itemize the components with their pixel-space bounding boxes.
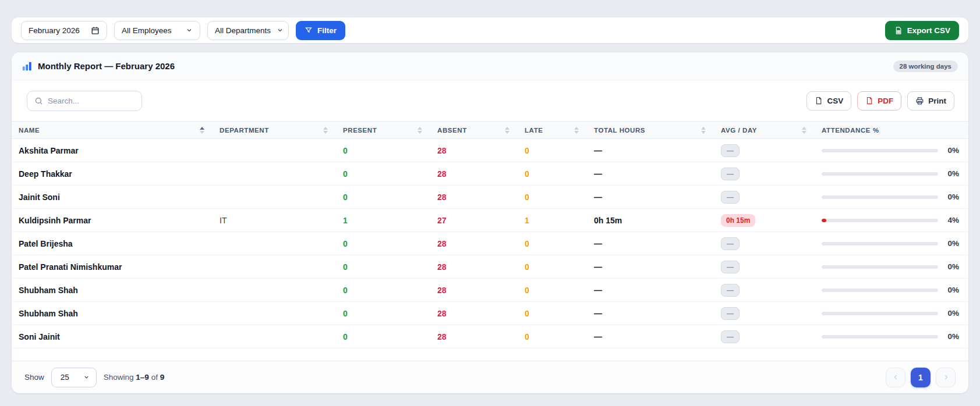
month-picker[interactable]: February 2026 (21, 21, 107, 40)
pdf-button[interactable]: PDF (857, 91, 901, 111)
month-picker-value: February 2026 (29, 26, 80, 35)
column-label: AVG / DAY (721, 127, 757, 134)
cell-attendance: 0% (815, 139, 968, 162)
cell-total-hours: — (587, 279, 714, 302)
table-row[interactable]: Deep Thakkar0280——0% (12, 162, 968, 186)
cell-avg-day: — (714, 325, 815, 348)
csv-button-label: CSV (827, 97, 843, 105)
column-header-name[interactable]: NAME (12, 122, 213, 139)
cell-avg-day: — (714, 186, 815, 209)
sort-arrows-icon[interactable] (505, 127, 510, 134)
attendance-percent-label: 4% (944, 216, 959, 225)
chevron-right-icon (942, 373, 950, 381)
filter-toolbar: February 2026 All Employees All Departme… (12, 17, 968, 43)
sort-arrows-icon[interactable] (418, 127, 422, 134)
cell-present: 0 (336, 162, 430, 186)
csv-button[interactable]: CSV (806, 91, 851, 111)
file-pdf-icon (865, 97, 873, 105)
avg-day-badge: — (721, 237, 740, 250)
filter-button[interactable]: Filter (296, 21, 345, 40)
printer-icon (915, 97, 924, 105)
cell-avg-day: — (714, 279, 815, 302)
cell-department (213, 232, 336, 255)
pdf-button-label: PDF (878, 97, 893, 105)
cell-late: 1 (518, 209, 587, 232)
page-size-select[interactable]: 25 (51, 368, 97, 387)
column-header-avg-day[interactable]: AVG / DAY (714, 122, 815, 139)
table-row[interactable]: Kuldipsinh ParmarIT12710h 15m0h 15m4% (12, 209, 968, 232)
attendance-progress: 0% (822, 239, 960, 248)
cell-department (213, 302, 336, 325)
export-csv-button[interactable]: Export CSV (885, 21, 959, 40)
cell-total-hours: — (587, 325, 714, 348)
show-label: Show (24, 373, 44, 382)
cell-avg-day: — (714, 232, 815, 255)
next-page-button[interactable] (936, 368, 956, 387)
cell-attendance: 0% (815, 279, 968, 302)
cell-name: Kuldipsinh Parmar (12, 209, 213, 232)
pagination: 1 (886, 368, 956, 387)
cell-attendance: 4% (815, 209, 968, 232)
sort-arrows-icon[interactable] (701, 127, 706, 134)
table-row[interactable]: Patel Brijesha0280——0% (12, 232, 968, 255)
cell-total-hours: — (587, 162, 714, 186)
page-1-button[interactable]: 1 (911, 368, 931, 387)
table-footer: Show 25 Showing 1–9 of 9 1 (12, 361, 968, 393)
cell-attendance: 0% (815, 232, 968, 255)
department-select[interactable]: All Departments (207, 21, 289, 40)
attendance-progress: 0% (822, 146, 960, 155)
column-header-late[interactable]: LATE (518, 122, 587, 139)
cell-name: Patel Brijesha (12, 232, 213, 255)
attendance-percent-label: 0% (944, 169, 959, 178)
progress-track (822, 289, 938, 292)
cell-present: 0 (336, 139, 430, 162)
report-header: Monthly Report — February 2026 28 workin… (12, 52, 968, 80)
cell-late: 0 (518, 302, 587, 325)
attendance-percent-label: 0% (944, 239, 959, 248)
search-box[interactable] (27, 91, 142, 111)
cell-avg-day: — (714, 302, 815, 325)
sort-arrows-icon[interactable] (802, 127, 806, 134)
column-header-present[interactable]: PRESENT (336, 122, 430, 139)
cell-avg-day: — (714, 162, 815, 186)
column-label: ATTENDANCE % (822, 127, 879, 134)
employee-select-value: All Employees (122, 26, 172, 35)
search-input[interactable] (48, 97, 135, 105)
cell-absent: 28 (430, 186, 518, 209)
column-header-department[interactable]: DEPARTMENT (213, 122, 336, 139)
progress-track (822, 242, 938, 245)
table-row[interactable]: Soni Jainit0280——0% (12, 325, 968, 348)
column-header-absent[interactable]: ABSENT (430, 122, 518, 139)
attendance-progress: 0% (822, 286, 960, 294)
employee-select[interactable]: All Employees (114, 21, 200, 40)
print-button[interactable]: Print (907, 91, 954, 111)
cell-absent: 28 (430, 255, 518, 279)
cell-total-hours: — (587, 255, 714, 279)
prev-page-button[interactable] (886, 368, 905, 387)
cell-department (213, 186, 336, 209)
table-row[interactable]: Shubham Shah0280——0% (12, 302, 968, 325)
column-header-total-hours[interactable]: TOTAL HOURS (587, 122, 714, 139)
cell-late: 0 (518, 186, 587, 209)
chevron-down-icon (277, 27, 284, 34)
cell-late: 0 (518, 139, 587, 162)
department-select-value: All Departments (215, 26, 271, 35)
sort-arrows-icon[interactable] (574, 127, 579, 134)
cell-late: 0 (518, 325, 587, 348)
progress-track (822, 172, 938, 176)
working-days-badge: 28 working days (893, 60, 958, 72)
sort-arrows-icon[interactable] (323, 127, 328, 134)
table-row[interactable]: Shubham Shah0280——0% (12, 279, 968, 302)
cell-total-hours: — (587, 139, 714, 162)
sort-arrows-icon[interactable] (200, 127, 204, 134)
cell-name: Deep Thakkar (12, 162, 213, 186)
filter-button-label: Filter (317, 26, 337, 35)
column-label: ABSENT (437, 127, 467, 134)
table-row[interactable]: Jainit Soni0280——0% (12, 186, 968, 209)
table-row[interactable]: Patel Pranati Nimishkumar0280——0% (12, 255, 968, 279)
table-row[interactable]: Akshita Parmar0280——0% (12, 139, 968, 162)
cell-late: 0 (518, 255, 587, 279)
cell-avg-day: — (714, 255, 815, 279)
table-header-row: NAMEDEPARTMENTPRESENTABSENTLATETOTAL HOU… (12, 122, 968, 139)
attendance-progress: 0% (822, 169, 960, 178)
